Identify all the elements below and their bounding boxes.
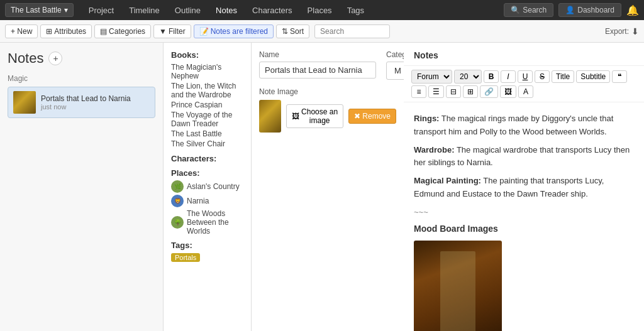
attributes-icon: ⊞ (46, 27, 52, 36)
notes-filtered-button[interactable]: 📝 Notes are filtered (194, 24, 274, 38)
name-category-row: Name Category Magic (259, 50, 396, 80)
toolbar: + New ⊞ Attributes ▤ Categories ▼ Filter… (0, 20, 644, 43)
note-image-label: Note Image (259, 87, 396, 96)
text-color-button[interactable]: A (518, 85, 533, 98)
nav-links: Project Timeline Outline Notes Character… (81, 2, 372, 19)
nav-characters[interactable]: Characters (245, 2, 300, 19)
unordered-list-button[interactable]: ≡ (411, 85, 426, 98)
place-item-1[interactable]: 🦁 Narnia (171, 195, 243, 207)
place-name-1: Narnia (187, 197, 209, 205)
notes-icon: 📝 (199, 27, 209, 36)
top-nav: The Last Battle ▾ Project Timeline Outli… (0, 0, 644, 20)
mood-board-heading: Mood Board Images (414, 222, 634, 236)
bell-button[interactable]: 🔔 (626, 4, 639, 16)
book-item-4[interactable]: The Last Battle (171, 129, 243, 139)
nav-notes[interactable]: Notes (208, 2, 245, 19)
choose-image-button[interactable]: 🖼 Choose an image (286, 104, 343, 128)
left-panel-title: Notes (8, 50, 43, 67)
place-name-2: The Woods Between the Worlds (187, 209, 243, 236)
attributes-button[interactable]: ⊞ Attributes (40, 24, 92, 38)
left-panel-header: Notes + (8, 50, 155, 67)
editor-panel: Notes Forum 20 B I U S Title Subtitle ❝ … (404, 43, 644, 331)
project-dropdown[interactable]: The Last Battle ▾ (5, 3, 74, 17)
subtitle-button[interactable]: Subtitle (576, 70, 610, 83)
project-name: The Last Battle (11, 6, 62, 14)
sort-icon: ⇅ (282, 27, 288, 36)
underline-button[interactable]: U (518, 70, 533, 83)
filter-button[interactable]: ▼ Filter (153, 24, 191, 38)
place-item-0[interactable]: 🌿 Aslan's Country (171, 180, 243, 193)
note-thumbnail (13, 91, 36, 114)
books-column: Books: The Magician's Nephew The Lion, t… (164, 43, 252, 331)
nav-tags[interactable]: Tags (340, 2, 372, 19)
place-avatar-0: 🌿 (171, 180, 184, 193)
name-label: Name (259, 50, 376, 59)
right-area: Books: The Magician's Nephew The Lion, t… (164, 43, 644, 331)
editor-section-label: Notes (404, 43, 644, 66)
tag-badge-0[interactable]: Portals (171, 253, 200, 262)
book-item-1[interactable]: The Lion, the Witch and the Wardrobe (171, 81, 243, 100)
ordered-list-button[interactable]: ☰ (428, 85, 444, 98)
category-select[interactable]: Magic (386, 62, 404, 80)
rings-text: The magical rings made by Diggory's uncl… (414, 114, 613, 136)
category-label-field: Category (386, 50, 404, 59)
blockquote-button[interactable]: ❝ (612, 70, 627, 83)
book-item-3[interactable]: The Voyage of the Dawn Treader (171, 110, 243, 129)
export-area: Export: ⬇ (605, 26, 639, 36)
sort-button[interactable]: ⇅ Sort (276, 24, 309, 38)
indent-button[interactable]: ⊟ (446, 85, 461, 98)
category-label: Magic (8, 74, 155, 83)
place-avatar-2: 🌳 (171, 216, 184, 229)
dropdown-arrow-icon: ▾ (64, 6, 68, 14)
nav-places[interactable]: Places (300, 2, 340, 19)
main-area: Notes + Magic Portals that Lead to Narni… (0, 43, 644, 331)
name-group: Name (259, 50, 376, 80)
search-button[interactable]: 🔍 Search (504, 3, 553, 17)
book-item-2[interactable]: Prince Caspian (171, 100, 243, 110)
place-item-2[interactable]: 🌳 The Woods Between the Worlds (171, 209, 243, 236)
painting-bold: Magical Painting: (414, 176, 481, 185)
book-item-5[interactable]: The Silver Chair (171, 139, 243, 149)
name-input[interactable] (259, 62, 376, 79)
font-size-select[interactable]: 20 (454, 70, 482, 84)
note-time: just now (41, 103, 150, 111)
link-button[interactable]: 🔗 (480, 85, 498, 98)
left-panel: Notes + Magic Portals that Lead to Narni… (0, 43, 164, 331)
books-label: Books: (171, 50, 243, 60)
note-thumb-image (13, 91, 36, 114)
remove-icon: ✖ (354, 112, 360, 121)
strikethrough-button[interactable]: S (535, 70, 550, 83)
mood-board-image (414, 241, 502, 331)
dashboard-button[interactable]: 👤 Dashboard (558, 3, 621, 17)
nav-timeline[interactable]: Timeline (121, 2, 167, 19)
italic-button[interactable]: I (501, 70, 516, 83)
nav-project[interactable]: Project (81, 2, 121, 19)
editor-content[interactable]: Rings: The magical rings made by Diggory… (404, 102, 644, 331)
nav-outline[interactable]: Outline (167, 2, 208, 19)
title-button[interactable]: Title (552, 70, 574, 83)
place-avatar-1: 🦁 (171, 195, 184, 207)
new-button[interactable]: + New (5, 24, 38, 38)
filter-icon: ▼ (159, 27, 167, 36)
font-family-select[interactable]: Forum (411, 70, 452, 84)
tags-label: Tags: (171, 241, 243, 250)
wardrobe-bold: Wardrobe: (414, 145, 455, 155)
note-title: Portals that Lead to Narnia (41, 94, 150, 103)
characters-label: Characters: (171, 154, 243, 163)
categories-icon: ▤ (100, 27, 107, 36)
note-card[interactable]: Portals that Lead to Narnia just now (8, 87, 155, 118)
nav-right: 🔍 Search 👤 Dashboard 🔔 (504, 3, 639, 17)
person-icon: 👤 (565, 6, 575, 14)
bold-button[interactable]: B (484, 70, 499, 83)
book-item-0[interactable]: The Magician's Nephew (171, 62, 243, 81)
add-note-button[interactable]: + (48, 52, 62, 65)
image-embed-button[interactable]: 🖼 (500, 85, 516, 98)
details-column: Name Category Magic Note Image (252, 43, 404, 331)
remove-image-button[interactable]: ✖ Remove (348, 109, 396, 124)
search-icon: 🔍 (511, 6, 520, 14)
category-group: Category Magic (386, 50, 404, 80)
outdent-button[interactable]: ⊞ (463, 85, 478, 98)
categories-button[interactable]: ▤ Categories (94, 24, 151, 38)
export-icon[interactable]: ⬇ (631, 26, 639, 36)
search-input[interactable] (314, 24, 390, 38)
